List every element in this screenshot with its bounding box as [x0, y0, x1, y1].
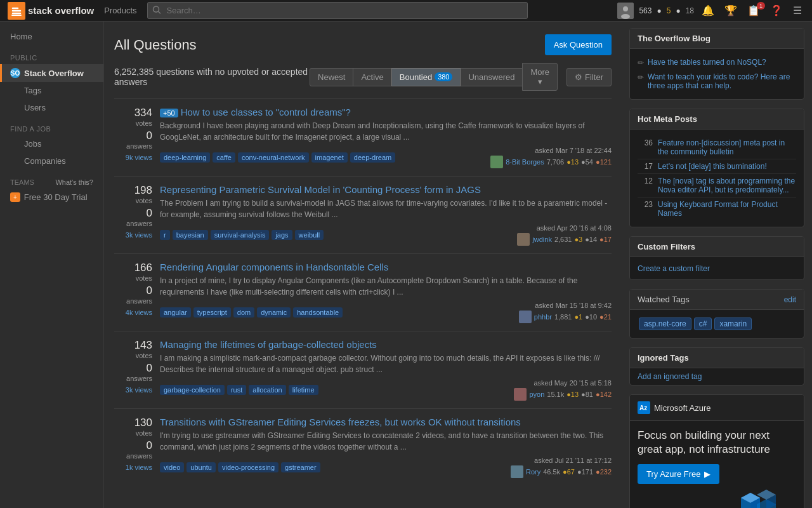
- tab-active[interactable]: Active: [353, 68, 391, 86]
- sidebar-item-home[interactable]: Home: [0, 28, 103, 45]
- teams-what-link[interactable]: What's this?: [55, 178, 93, 186]
- notifications-button[interactable]: 📋 1: [745, 3, 763, 18]
- sidebar-item-tags[interactable]: Tags: [0, 82, 103, 99]
- hmp-count: 12: [638, 177, 653, 194]
- tag[interactable]: lifetime: [289, 385, 318, 395]
- help-button[interactable]: ❓: [768, 3, 785, 18]
- tag[interactable]: dom: [233, 307, 254, 318]
- ad-body: Focus on building your next great app, n…: [630, 421, 804, 508]
- right-sidebar: The Overflow Blog ✏ Have the tables turn…: [622, 22, 812, 508]
- sidebar-item-companies[interactable]: Companies: [0, 152, 103, 170]
- user-silver: ●14: [585, 236, 597, 243]
- hmp-link[interactable]: Feature non-[discussion] meta post in th…: [658, 138, 796, 156]
- user-name[interactable]: jwdink: [532, 236, 552, 243]
- achievements-button[interactable]: 🏆: [722, 3, 740, 18]
- tag[interactable]: dynamic: [257, 307, 291, 318]
- tag[interactable]: weibull: [295, 230, 324, 240]
- hot-meta-posts-body: 36 Feature non-[discussion] meta post in…: [630, 130, 804, 227]
- answers-stat: 0 answers: [114, 439, 152, 460]
- answers-stat: 0 answers: [114, 130, 152, 150]
- watched-tag-1[interactable]: c#: [694, 318, 712, 330]
- tag[interactable]: video-processing: [218, 462, 278, 472]
- avatar[interactable]: [617, 3, 634, 19]
- ad-cta-button[interactable]: Try Azure Free ▶: [638, 464, 719, 484]
- answers-label: answers: [126, 452, 152, 460]
- blog-link-2[interactable]: Want to teach your kids to code? Here ar…: [648, 72, 796, 90]
- search-input[interactable]: [147, 2, 528, 19]
- views-count: 3k views: [114, 386, 152, 394]
- user-gold: ●13: [566, 158, 579, 166]
- tag[interactable]: rust: [227, 385, 246, 395]
- site-logo[interactable]: stack overflow: [8, 2, 94, 20]
- user-rep: 15.1k: [547, 391, 564, 398]
- tag[interactable]: r: [160, 230, 170, 240]
- tag[interactable]: survival-analysis: [211, 230, 270, 240]
- question-title[interactable]: +50How to use classes to "control dreams…: [160, 107, 612, 117]
- watched-tag-0[interactable]: asp.net-core: [639, 318, 691, 330]
- tag[interactable]: bayesian: [173, 230, 208, 240]
- user-info: Rory 46.5k ●67 ●171 ●232: [511, 465, 612, 478]
- tab-more[interactable]: More ▾: [522, 63, 558, 91]
- tags-list: videoubuntuvideo-processinggstreamer: [160, 462, 320, 472]
- sidebar-item-jobs[interactable]: Jobs: [0, 135, 103, 152]
- user-name[interactable]: pyon: [529, 391, 544, 398]
- questions-header: All Questions Ask Question: [114, 34, 612, 55]
- tag[interactable]: video: [160, 462, 184, 472]
- user-name[interactable]: phhbr: [534, 313, 552, 321]
- tag[interactable]: deep-dream: [350, 152, 395, 163]
- question-title[interactable]: Rendering Angular components in Handsont…: [160, 262, 612, 272]
- tag[interactable]: handsontable: [293, 307, 343, 318]
- tag[interactable]: ubuntu: [187, 462, 216, 472]
- tags-label: Tags: [24, 86, 41, 95]
- ask-question-button[interactable]: Ask Question: [545, 34, 612, 55]
- question-asked: asked Mar 7 '18 at 22:44 8-Bit Borges 7,…: [490, 147, 612, 168]
- create-custom-filter-link[interactable]: Create a custom filter: [638, 264, 710, 273]
- blog-item-2: ✏ Want to teach your kids to code? Here …: [638, 70, 796, 93]
- user-name[interactable]: Rory: [526, 468, 540, 476]
- products-link[interactable]: Products: [104, 6, 136, 15]
- menu-button[interactable]: ☰: [790, 3, 804, 18]
- tab-bountied[interactable]: Bountied 380: [391, 68, 461, 86]
- watched-tag-2[interactable]: xamarin: [714, 318, 752, 330]
- tag[interactable]: allocation: [249, 385, 285, 395]
- tag[interactable]: caffe: [213, 152, 235, 163]
- svg-text:Az: Az: [639, 404, 647, 411]
- tab-newest[interactable]: Newest: [310, 68, 353, 86]
- user-bronze: ●232: [596, 468, 612, 476]
- tag[interactable]: deep-learning: [160, 152, 210, 163]
- user-silver: ●171: [577, 468, 593, 476]
- question-title[interactable]: Managing the lifetimes of garbage-collec…: [160, 339, 612, 350]
- sidebar-item-users[interactable]: Users: [0, 99, 103, 116]
- answers-stat: 0 answers: [114, 362, 152, 382]
- votes-stat: 334 votes: [114, 107, 152, 127]
- question-title[interactable]: Transitions with GStreamer Editing Servi…: [160, 417, 612, 427]
- user-bronze: ●121: [596, 158, 612, 166]
- tag[interactable]: jags: [272, 230, 292, 240]
- tag[interactable]: angular: [160, 307, 191, 318]
- question-title[interactable]: Representing Parametric Survival Model i…: [160, 184, 612, 195]
- inbox-button[interactable]: 🔔: [699, 3, 717, 18]
- question-asked: asked May 20 '15 at 5:18 pyon 15.1k ●13 …: [514, 379, 612, 401]
- tag[interactable]: gstreamer: [281, 462, 320, 472]
- tab-unanswered[interactable]: Unanswered: [460, 68, 523, 86]
- tags-meta: deep-learningcaffeconv-neural-networkima…: [160, 147, 612, 168]
- user-info: jwdink 2,631 ●3 ●14 ●17: [517, 233, 612, 246]
- blog-link-1[interactable]: Have the tables turned on NoSQL?: [648, 58, 766, 67]
- tag[interactable]: garbage-collection: [160, 385, 225, 395]
- hmp-link[interactable]: Using Keyboard Format for Product Names: [658, 200, 796, 218]
- tag[interactable]: imagenet: [311, 152, 348, 163]
- sidebar-item-free-trial[interactable]: + Free 30 Day Trial: [0, 189, 103, 206]
- question-body: Representing Parametric Survival Model i…: [160, 184, 612, 246]
- sidebar-item-stackoverflow[interactable]: SO Stack Overflow: [0, 64, 103, 82]
- tag[interactable]: typescript: [193, 307, 231, 318]
- user-silver: ●54: [581, 158, 593, 166]
- filter-button[interactable]: ⚙ Filter: [566, 68, 612, 86]
- ad-header: Az Microsoft Azure: [630, 395, 804, 421]
- add-ignored-tag-link[interactable]: Add an ignored tag: [630, 368, 804, 385]
- question-excerpt: I'm trying to use gstreamer with GStream…: [160, 430, 612, 453]
- hmp-link[interactable]: Let's not [delay] this burnination!: [658, 162, 767, 171]
- watched-tags-edit[interactable]: edit: [784, 295, 796, 304]
- user-name[interactable]: 8-Bit Borges: [506, 158, 544, 166]
- tag[interactable]: conv-neural-network: [238, 152, 309, 163]
- hmp-link[interactable]: The [nova] tag is about programming the …: [658, 177, 796, 194]
